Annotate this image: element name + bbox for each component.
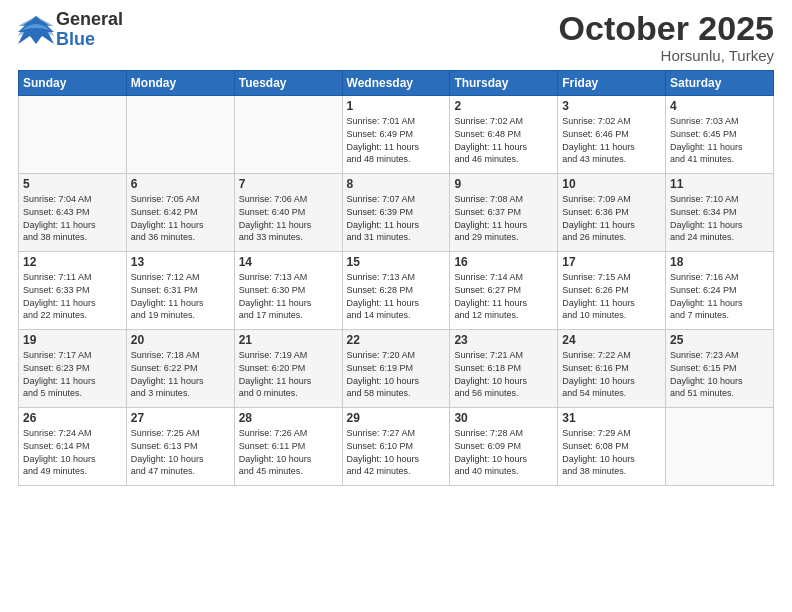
day-number: 26 bbox=[23, 411, 122, 425]
calendar-cell: 27Sunrise: 7:25 AM Sunset: 6:13 PM Dayli… bbox=[126, 408, 234, 486]
day-info: Sunrise: 7:12 AM Sunset: 6:31 PM Dayligh… bbox=[131, 271, 230, 321]
calendar-cell: 31Sunrise: 7:29 AM Sunset: 6:08 PM Dayli… bbox=[558, 408, 666, 486]
calendar-week-0: 1Sunrise: 7:01 AM Sunset: 6:49 PM Daylig… bbox=[19, 96, 774, 174]
day-info: Sunrise: 7:03 AM Sunset: 6:45 PM Dayligh… bbox=[670, 115, 769, 165]
calendar-cell: 9Sunrise: 7:08 AM Sunset: 6:37 PM Daylig… bbox=[450, 174, 558, 252]
day-info: Sunrise: 7:27 AM Sunset: 6:10 PM Dayligh… bbox=[347, 427, 446, 477]
day-number: 11 bbox=[670, 177, 769, 191]
day-info: Sunrise: 7:25 AM Sunset: 6:13 PM Dayligh… bbox=[131, 427, 230, 477]
calendar-cell: 13Sunrise: 7:12 AM Sunset: 6:31 PM Dayli… bbox=[126, 252, 234, 330]
day-info: Sunrise: 7:09 AM Sunset: 6:36 PM Dayligh… bbox=[562, 193, 661, 243]
calendar-cell: 8Sunrise: 7:07 AM Sunset: 6:39 PM Daylig… bbox=[342, 174, 450, 252]
calendar-cell: 29Sunrise: 7:27 AM Sunset: 6:10 PM Dayli… bbox=[342, 408, 450, 486]
day-info: Sunrise: 7:04 AM Sunset: 6:43 PM Dayligh… bbox=[23, 193, 122, 243]
col-monday: Monday bbox=[126, 71, 234, 96]
location-subtitle: Horsunlu, Turkey bbox=[559, 47, 774, 64]
day-info: Sunrise: 7:17 AM Sunset: 6:23 PM Dayligh… bbox=[23, 349, 122, 399]
day-number: 24 bbox=[562, 333, 661, 347]
calendar-cell: 10Sunrise: 7:09 AM Sunset: 6:36 PM Dayli… bbox=[558, 174, 666, 252]
calendar-cell: 16Sunrise: 7:14 AM Sunset: 6:27 PM Dayli… bbox=[450, 252, 558, 330]
calendar-cell: 2Sunrise: 7:02 AM Sunset: 6:48 PM Daylig… bbox=[450, 96, 558, 174]
day-number: 23 bbox=[454, 333, 553, 347]
calendar-cell bbox=[126, 96, 234, 174]
day-info: Sunrise: 7:05 AM Sunset: 6:42 PM Dayligh… bbox=[131, 193, 230, 243]
day-number: 31 bbox=[562, 411, 661, 425]
day-info: Sunrise: 7:18 AM Sunset: 6:22 PM Dayligh… bbox=[131, 349, 230, 399]
day-info: Sunrise: 7:20 AM Sunset: 6:19 PM Dayligh… bbox=[347, 349, 446, 399]
calendar-cell bbox=[19, 96, 127, 174]
logo-text: General Blue bbox=[56, 10, 123, 50]
calendar-cell: 22Sunrise: 7:20 AM Sunset: 6:19 PM Dayli… bbox=[342, 330, 450, 408]
calendar-cell: 26Sunrise: 7:24 AM Sunset: 6:14 PM Dayli… bbox=[19, 408, 127, 486]
calendar-cell: 11Sunrise: 7:10 AM Sunset: 6:34 PM Dayli… bbox=[666, 174, 774, 252]
day-number: 1 bbox=[347, 99, 446, 113]
calendar-body: 1Sunrise: 7:01 AM Sunset: 6:49 PM Daylig… bbox=[19, 96, 774, 486]
calendar-table: Sunday Monday Tuesday Wednesday Thursday… bbox=[18, 70, 774, 486]
day-info: Sunrise: 7:13 AM Sunset: 6:28 PM Dayligh… bbox=[347, 271, 446, 321]
calendar-cell: 28Sunrise: 7:26 AM Sunset: 6:11 PM Dayli… bbox=[234, 408, 342, 486]
day-info: Sunrise: 7:16 AM Sunset: 6:24 PM Dayligh… bbox=[670, 271, 769, 321]
day-info: Sunrise: 7:15 AM Sunset: 6:26 PM Dayligh… bbox=[562, 271, 661, 321]
calendar-cell bbox=[666, 408, 774, 486]
calendar-cell bbox=[234, 96, 342, 174]
col-thursday: Thursday bbox=[450, 71, 558, 96]
day-number: 17 bbox=[562, 255, 661, 269]
day-info: Sunrise: 7:11 AM Sunset: 6:33 PM Dayligh… bbox=[23, 271, 122, 321]
day-number: 29 bbox=[347, 411, 446, 425]
day-number: 12 bbox=[23, 255, 122, 269]
day-info: Sunrise: 7:13 AM Sunset: 6:30 PM Dayligh… bbox=[239, 271, 338, 321]
day-info: Sunrise: 7:06 AM Sunset: 6:40 PM Dayligh… bbox=[239, 193, 338, 243]
calendar-cell: 14Sunrise: 7:13 AM Sunset: 6:30 PM Dayli… bbox=[234, 252, 342, 330]
day-number: 22 bbox=[347, 333, 446, 347]
calendar-cell: 30Sunrise: 7:28 AM Sunset: 6:09 PM Dayli… bbox=[450, 408, 558, 486]
day-info: Sunrise: 7:02 AM Sunset: 6:48 PM Dayligh… bbox=[454, 115, 553, 165]
day-number: 16 bbox=[454, 255, 553, 269]
day-info: Sunrise: 7:23 AM Sunset: 6:15 PM Dayligh… bbox=[670, 349, 769, 399]
day-number: 7 bbox=[239, 177, 338, 191]
day-number: 2 bbox=[454, 99, 553, 113]
day-number: 10 bbox=[562, 177, 661, 191]
logo-blue-text: Blue bbox=[56, 30, 123, 50]
day-info: Sunrise: 7:26 AM Sunset: 6:11 PM Dayligh… bbox=[239, 427, 338, 477]
col-friday: Friday bbox=[558, 71, 666, 96]
day-info: Sunrise: 7:01 AM Sunset: 6:49 PM Dayligh… bbox=[347, 115, 446, 165]
calendar-week-2: 12Sunrise: 7:11 AM Sunset: 6:33 PM Dayli… bbox=[19, 252, 774, 330]
day-number: 13 bbox=[131, 255, 230, 269]
day-info: Sunrise: 7:28 AM Sunset: 6:09 PM Dayligh… bbox=[454, 427, 553, 477]
calendar-cell: 5Sunrise: 7:04 AM Sunset: 6:43 PM Daylig… bbox=[19, 174, 127, 252]
calendar-header: Sunday Monday Tuesday Wednesday Thursday… bbox=[19, 71, 774, 96]
day-info: Sunrise: 7:02 AM Sunset: 6:46 PM Dayligh… bbox=[562, 115, 661, 165]
calendar-cell: 3Sunrise: 7:02 AM Sunset: 6:46 PM Daylig… bbox=[558, 96, 666, 174]
day-number: 8 bbox=[347, 177, 446, 191]
day-number: 30 bbox=[454, 411, 553, 425]
calendar-week-3: 19Sunrise: 7:17 AM Sunset: 6:23 PM Dayli… bbox=[19, 330, 774, 408]
day-info: Sunrise: 7:08 AM Sunset: 6:37 PM Dayligh… bbox=[454, 193, 553, 243]
day-number: 6 bbox=[131, 177, 230, 191]
calendar-cell: 4Sunrise: 7:03 AM Sunset: 6:45 PM Daylig… bbox=[666, 96, 774, 174]
calendar-cell: 6Sunrise: 7:05 AM Sunset: 6:42 PM Daylig… bbox=[126, 174, 234, 252]
day-info: Sunrise: 7:29 AM Sunset: 6:08 PM Dayligh… bbox=[562, 427, 661, 477]
calendar-cell: 12Sunrise: 7:11 AM Sunset: 6:33 PM Dayli… bbox=[19, 252, 127, 330]
day-number: 28 bbox=[239, 411, 338, 425]
day-number: 3 bbox=[562, 99, 661, 113]
day-number: 5 bbox=[23, 177, 122, 191]
calendar-week-1: 5Sunrise: 7:04 AM Sunset: 6:43 PM Daylig… bbox=[19, 174, 774, 252]
col-sunday: Sunday bbox=[19, 71, 127, 96]
logo-icon bbox=[18, 12, 54, 48]
day-info: Sunrise: 7:14 AM Sunset: 6:27 PM Dayligh… bbox=[454, 271, 553, 321]
calendar-cell: 21Sunrise: 7:19 AM Sunset: 6:20 PM Dayli… bbox=[234, 330, 342, 408]
calendar-cell: 1Sunrise: 7:01 AM Sunset: 6:49 PM Daylig… bbox=[342, 96, 450, 174]
title-block: October 2025 Horsunlu, Turkey bbox=[559, 10, 774, 64]
day-info: Sunrise: 7:22 AM Sunset: 6:16 PM Dayligh… bbox=[562, 349, 661, 399]
calendar-cell: 7Sunrise: 7:06 AM Sunset: 6:40 PM Daylig… bbox=[234, 174, 342, 252]
day-number: 18 bbox=[670, 255, 769, 269]
logo: General Blue bbox=[18, 10, 123, 50]
day-number: 14 bbox=[239, 255, 338, 269]
day-info: Sunrise: 7:07 AM Sunset: 6:39 PM Dayligh… bbox=[347, 193, 446, 243]
day-number: 20 bbox=[131, 333, 230, 347]
calendar-cell: 18Sunrise: 7:16 AM Sunset: 6:24 PM Dayli… bbox=[666, 252, 774, 330]
calendar-week-4: 26Sunrise: 7:24 AM Sunset: 6:14 PM Dayli… bbox=[19, 408, 774, 486]
calendar-cell: 25Sunrise: 7:23 AM Sunset: 6:15 PM Dayli… bbox=[666, 330, 774, 408]
page: General Blue October 2025 Horsunlu, Turk… bbox=[0, 0, 792, 612]
day-info: Sunrise: 7:19 AM Sunset: 6:20 PM Dayligh… bbox=[239, 349, 338, 399]
